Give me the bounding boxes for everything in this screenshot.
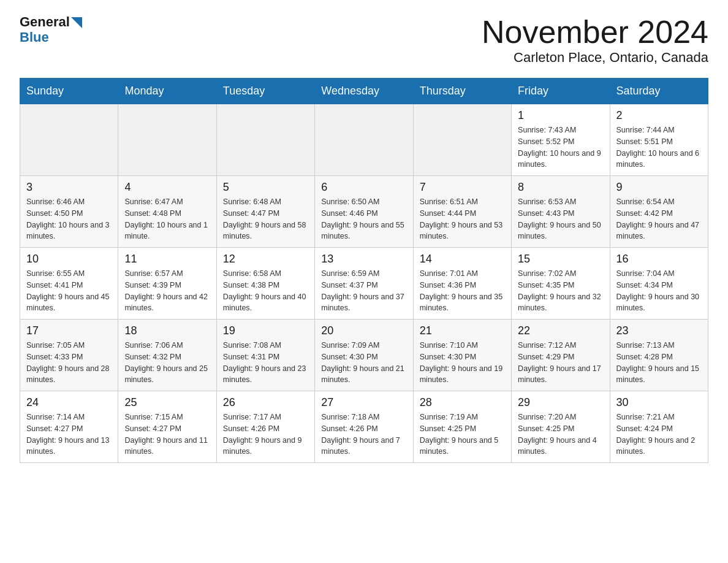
day-cell: 15Sunrise: 7:02 AM Sunset: 4:35 PM Dayli… (512, 248, 610, 320)
day-number: 29 (518, 396, 603, 409)
page-header: General Blue November 2024 Carleton Plac… (20, 15, 708, 66)
day-cell: 7Sunrise: 6:51 AM Sunset: 4:44 PM Daylig… (413, 176, 511, 248)
day-number: 20 (321, 324, 406, 337)
day-info: Sunrise: 6:59 AM Sunset: 4:37 PM Dayligh… (321, 268, 406, 314)
logo-arrow-icon (71, 17, 82, 28)
header-row: SundayMondayTuesdayWednesdayThursdayFrid… (20, 79, 708, 104)
day-cell: 6Sunrise: 6:50 AM Sunset: 4:46 PM Daylig… (315, 176, 413, 248)
day-number: 16 (616, 253, 702, 266)
logo-text-blue: Blue (20, 29, 49, 45)
day-number: 3 (26, 181, 112, 194)
day-cell: 24Sunrise: 7:14 AM Sunset: 4:27 PM Dayli… (20, 391, 118, 463)
day-number: 22 (518, 324, 603, 337)
day-cell: 18Sunrise: 7:06 AM Sunset: 4:32 PM Dayli… (118, 320, 216, 391)
day-number: 5 (223, 181, 308, 194)
day-cell: 19Sunrise: 7:08 AM Sunset: 4:31 PM Dayli… (216, 320, 314, 391)
day-number: 14 (420, 253, 505, 266)
day-info: Sunrise: 7:44 AM Sunset: 5:51 PM Dayligh… (616, 124, 702, 170)
title-block: November 2024 Carleton Place, Ontario, C… (482, 15, 708, 66)
day-cell: 1Sunrise: 7:43 AM Sunset: 5:52 PM Daylig… (512, 104, 610, 176)
week-row-3: 17Sunrise: 7:05 AM Sunset: 4:33 PM Dayli… (20, 320, 708, 391)
day-info: Sunrise: 7:17 AM Sunset: 4:26 PM Dayligh… (223, 412, 308, 458)
calendar-table: SundayMondayTuesdayWednesdayThursdayFrid… (20, 78, 708, 463)
day-info: Sunrise: 6:50 AM Sunset: 4:46 PM Dayligh… (321, 196, 406, 242)
day-cell: 5Sunrise: 6:48 AM Sunset: 4:47 PM Daylig… (216, 176, 314, 248)
day-info: Sunrise: 7:10 AM Sunset: 4:30 PM Dayligh… (420, 340, 505, 386)
day-cell: 4Sunrise: 6:47 AM Sunset: 4:48 PM Daylig… (118, 176, 216, 248)
day-info: Sunrise: 7:13 AM Sunset: 4:28 PM Dayligh… (616, 340, 702, 386)
day-cell (315, 104, 413, 176)
day-cell: 10Sunrise: 6:55 AM Sunset: 4:41 PM Dayli… (20, 248, 118, 320)
week-row-4: 24Sunrise: 7:14 AM Sunset: 4:27 PM Dayli… (20, 391, 708, 463)
day-number: 15 (518, 253, 603, 266)
day-info: Sunrise: 7:04 AM Sunset: 4:34 PM Dayligh… (616, 268, 702, 314)
day-cell: 30Sunrise: 7:21 AM Sunset: 4:24 PM Dayli… (610, 391, 708, 463)
day-cell: 21Sunrise: 7:10 AM Sunset: 4:30 PM Dayli… (413, 320, 511, 391)
day-info: Sunrise: 7:06 AM Sunset: 4:32 PM Dayligh… (124, 340, 210, 386)
day-cell (413, 104, 511, 176)
calendar-header: SundayMondayTuesdayWednesdayThursdayFrid… (20, 79, 708, 104)
day-number: 6 (321, 181, 406, 194)
day-number: 12 (223, 253, 308, 266)
day-info: Sunrise: 6:46 AM Sunset: 4:50 PM Dayligh… (26, 196, 112, 242)
day-cell: 20Sunrise: 7:09 AM Sunset: 4:30 PM Dayli… (315, 320, 413, 391)
day-number: 26 (223, 396, 308, 409)
day-info: Sunrise: 6:47 AM Sunset: 4:48 PM Dayligh… (124, 196, 210, 242)
day-cell: 13Sunrise: 6:59 AM Sunset: 4:37 PM Dayli… (315, 248, 413, 320)
day-cell: 16Sunrise: 7:04 AM Sunset: 4:34 PM Dayli… (610, 248, 708, 320)
day-number: 30 (616, 396, 702, 409)
day-cell: 23Sunrise: 7:13 AM Sunset: 4:28 PM Dayli… (610, 320, 708, 391)
header-cell-friday: Friday (512, 79, 610, 104)
day-info: Sunrise: 6:54 AM Sunset: 4:42 PM Dayligh… (616, 196, 702, 242)
header-cell-tuesday: Tuesday (216, 79, 314, 104)
day-number: 21 (420, 324, 505, 337)
day-number: 23 (616, 324, 702, 337)
header-cell-saturday: Saturday (610, 79, 708, 104)
day-number: 24 (26, 396, 112, 409)
logo: General Blue (20, 15, 82, 45)
day-cell (216, 104, 314, 176)
day-number: 28 (420, 396, 505, 409)
day-number: 25 (124, 396, 210, 409)
header-cell-sunday: Sunday (20, 79, 118, 104)
day-info: Sunrise: 7:43 AM Sunset: 5:52 PM Dayligh… (518, 124, 603, 170)
day-cell: 26Sunrise: 7:17 AM Sunset: 4:26 PM Dayli… (216, 391, 314, 463)
day-number: 9 (616, 181, 702, 194)
day-info: Sunrise: 7:08 AM Sunset: 4:31 PM Dayligh… (223, 340, 308, 386)
day-info: Sunrise: 6:55 AM Sunset: 4:41 PM Dayligh… (26, 268, 112, 314)
day-info: Sunrise: 7:18 AM Sunset: 4:26 PM Dayligh… (321, 412, 406, 458)
day-cell: 29Sunrise: 7:20 AM Sunset: 4:25 PM Dayli… (512, 391, 610, 463)
day-cell (118, 104, 216, 176)
day-info: Sunrise: 7:14 AM Sunset: 4:27 PM Dayligh… (26, 412, 112, 458)
day-number: 27 (321, 396, 406, 409)
day-info: Sunrise: 7:01 AM Sunset: 4:36 PM Dayligh… (420, 268, 505, 314)
day-info: Sunrise: 6:58 AM Sunset: 4:38 PM Dayligh… (223, 268, 308, 314)
day-number: 8 (518, 181, 603, 194)
day-info: Sunrise: 7:21 AM Sunset: 4:24 PM Dayligh… (616, 412, 702, 458)
day-number: 10 (26, 253, 112, 266)
day-number: 2 (616, 109, 702, 122)
day-info: Sunrise: 6:51 AM Sunset: 4:44 PM Dayligh… (420, 196, 505, 242)
day-number: 17 (26, 324, 112, 337)
day-cell: 22Sunrise: 7:12 AM Sunset: 4:29 PM Dayli… (512, 320, 610, 391)
calendar-subtitle: Carleton Place, Ontario, Canada (482, 50, 708, 66)
day-cell (20, 104, 118, 176)
day-info: Sunrise: 6:48 AM Sunset: 4:47 PM Dayligh… (223, 196, 308, 242)
day-number: 11 (124, 253, 210, 266)
day-info: Sunrise: 7:09 AM Sunset: 4:30 PM Dayligh… (321, 340, 406, 386)
day-info: Sunrise: 7:05 AM Sunset: 4:33 PM Dayligh… (26, 340, 112, 386)
day-info: Sunrise: 7:19 AM Sunset: 4:25 PM Dayligh… (420, 412, 505, 458)
day-cell: 17Sunrise: 7:05 AM Sunset: 4:33 PM Dayli… (20, 320, 118, 391)
day-cell: 8Sunrise: 6:53 AM Sunset: 4:43 PM Daylig… (512, 176, 610, 248)
day-cell: 28Sunrise: 7:19 AM Sunset: 4:25 PM Dayli… (413, 391, 511, 463)
day-cell: 2Sunrise: 7:44 AM Sunset: 5:51 PM Daylig… (610, 104, 708, 176)
calendar-body: 1Sunrise: 7:43 AM Sunset: 5:52 PM Daylig… (20, 104, 708, 463)
week-row-2: 10Sunrise: 6:55 AM Sunset: 4:41 PM Dayli… (20, 248, 708, 320)
day-number: 13 (321, 253, 406, 266)
day-info: Sunrise: 7:02 AM Sunset: 4:35 PM Dayligh… (518, 268, 603, 314)
day-cell: 3Sunrise: 6:46 AM Sunset: 4:50 PM Daylig… (20, 176, 118, 248)
day-info: Sunrise: 6:57 AM Sunset: 4:39 PM Dayligh… (124, 268, 210, 314)
week-row-0: 1Sunrise: 7:43 AM Sunset: 5:52 PM Daylig… (20, 104, 708, 176)
day-cell: 27Sunrise: 7:18 AM Sunset: 4:26 PM Dayli… (315, 391, 413, 463)
day-cell: 25Sunrise: 7:15 AM Sunset: 4:27 PM Dayli… (118, 391, 216, 463)
